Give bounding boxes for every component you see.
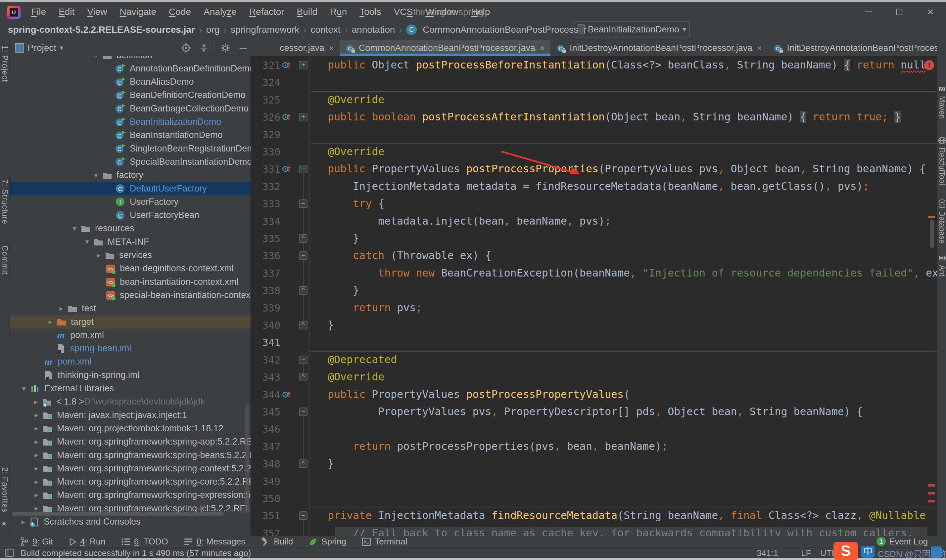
tree-item-external-libraries[interactable]: ▾External Libraries [9, 382, 251, 395]
chevron-right-icon[interactable]: ▸ [31, 411, 42, 419]
toolwindow-build[interactable]: Build [260, 537, 293, 547]
overrides-gutter-icon[interactable] [282, 164, 291, 174]
tree-item-annotationbeandefinitiondemo[interactable]: CAnnotationBeanDefinitionDemo [9, 62, 251, 75]
stripe-project[interactable]: 1: Project [0, 45, 9, 82]
overrides-gutter-icon[interactable] [282, 112, 291, 122]
chevron-right-icon[interactable]: ▸ [31, 451, 42, 460]
fold-marker[interactable]: − [299, 200, 308, 208]
code-line-347[interactable]: 347 return postProcessProperties(pvs, be… [251, 438, 937, 455]
gear-icon[interactable] [218, 42, 233, 55]
stripe-database[interactable]: Database [937, 199, 946, 243]
tree-item-thinking-in-spring-iml[interactable]: thinking-in-spring.iml [9, 368, 251, 382]
fold-marker[interactable]: ^ [299, 373, 308, 382]
overrides-gutter-icon[interactable] [282, 390, 291, 400]
tab-commonannotationbeanpostprocessor-java[interactable]: CCommonAnnotationBeanPostProcessor.java× [340, 40, 550, 56]
chevron-right-icon[interactable]: ▸ [31, 424, 42, 433]
close-icon[interactable]: × [540, 44, 544, 53]
toolwindow-todo[interactable]: 6: TODO [121, 537, 168, 547]
code-line-352[interactable]: 352 // Fall back to class name as cache … [251, 525, 937, 536]
breadcrumb-item[interactable]: org [206, 25, 219, 35]
tab-initdestroyannotationbeanpostprocessor-class[interactable]: CInitDestroyAnnotationBeanPostProcessor.… [767, 40, 937, 56]
chevron-right-icon[interactable]: ▸ [55, 304, 67, 313]
code-line-349[interactable]: 349 [251, 473, 937, 490]
chevron-down-icon[interactable]: ▾ [69, 224, 80, 233]
tree-item-maven-org-springframework-spring-core-5-[interactable]: ▸Maven: org.springframework:spring-core:… [9, 475, 251, 489]
code-line-334[interactable]: 334 metadata.inject(bean, beanName, pvs)… [251, 213, 937, 230]
overrides-gutter-icon[interactable] [282, 60, 291, 70]
tree-item-target[interactable]: ▸target [9, 315, 251, 328]
tree-item-definition[interactable]: ▾definition [9, 56, 251, 62]
code-line-341[interactable]: 341 [251, 334, 937, 351]
tree-vertical-scrollbar[interactable] [245, 404, 249, 513]
menu-analyze[interactable]: Analyze [198, 5, 242, 19]
fold-marker[interactable]: ^ [299, 234, 308, 243]
code-line-338[interactable]: 338^ } [251, 282, 937, 299]
chevron-right-icon[interactable]: ▸ [93, 251, 105, 260]
code-line-339[interactable]: 339 return pvs; [251, 300, 937, 317]
menu-file[interactable]: File [26, 5, 51, 19]
code-line-333[interactable]: 333− try { [251, 195, 937, 213]
code-line-325[interactable]: 325@Override [251, 92, 937, 109]
chevron-down-icon[interactable]: ▾ [60, 44, 63, 52]
code-editor[interactable]: 321+public Object postProcessBeforeInsta… [251, 56, 937, 536]
event-log-button[interactable]: 1 Event Log [877, 536, 928, 547]
close-icon[interactable]: × [329, 44, 334, 53]
code-line-340[interactable]: 340^} [251, 317, 937, 334]
tree-horizontal-scrollbar[interactable] [12, 512, 224, 516]
breadcrumb-item[interactable]: spring-context-5.2.2.RELEASE-sources.jar [8, 25, 195, 35]
menu-run[interactable]: Run [325, 5, 352, 19]
code-line-321[interactable]: 321+public Object postProcessBeforeInsta… [251, 57, 937, 74]
code-line-344[interactable]: 344public PropertyValues postProcessProp… [251, 386, 937, 403]
chevron-down-icon[interactable]: ▾ [90, 56, 102, 60]
breadcrumb-item[interactable]: annotation [352, 25, 395, 35]
stripe-structure[interactable]: 7: Structure [0, 179, 9, 224]
code-line-346[interactable]: 346 [251, 421, 937, 438]
menu-code[interactable]: Code [163, 5, 196, 19]
tree-item-userfactorybean[interactable]: CUserFactoryBean [9, 209, 251, 222]
fold-marker[interactable]: + [299, 61, 308, 69]
fold-marker[interactable]: ^ [299, 460, 308, 468]
maximize-button[interactable]: □ [888, 4, 911, 19]
chevron-down-icon[interactable]: ▾ [90, 171, 102, 180]
code-line-335[interactable]: 335^ } [251, 230, 937, 248]
fold-marker[interactable]: − [299, 165, 308, 173]
chevron-right-icon[interactable]: ▸ [31, 438, 42, 446]
toolwindow-run[interactable]: 4: Run [68, 537, 106, 547]
tree-item-maven-org-springframework-spring-beans-5[interactable]: ▸Maven: org.springframework:spring-beans… [9, 449, 251, 462]
chevron-down-icon[interactable]: ▾ [81, 237, 93, 246]
tree-item-beangarbagecollectiondemo[interactable]: CBeanGarbageCollectionDemo [9, 102, 251, 115]
tree-item-singletonbeanregistrationdemo[interactable]: CSingletonBeanRegistrationDemo [9, 142, 251, 155]
stripe-maven[interactable]: mMaven [937, 83, 946, 119]
code-line-350[interactable]: 350 [251, 490, 937, 508]
fold-marker[interactable]: − [299, 408, 308, 416]
breadcrumb-item[interactable]: springframework [231, 25, 299, 35]
menu-refactor[interactable]: Refactor [244, 5, 290, 19]
tree-item-pom-xml[interactable]: mpom.xml [9, 355, 251, 368]
tree-item-beandefinitioncreationdemo[interactable]: CBeanDefinitionCreationDemo [9, 89, 251, 102]
tree-item-meta-inf[interactable]: ▾META-INF [9, 235, 251, 248]
chevron-down-icon[interactable]: ▾ [18, 385, 30, 393]
toolwindow-terminal[interactable]: Terminal [362, 537, 407, 547]
fold-marker[interactable]: − [299, 251, 308, 260]
code-line-336[interactable]: 336− catch (Throwable ex) { [251, 248, 937, 265]
breadcrumb-item[interactable]: context [310, 25, 340, 35]
chevron-right-icon[interactable]: ▸ [17, 518, 29, 526]
chevron-right-icon[interactable]: ▸ [30, 398, 42, 406]
tree-item-test[interactable]: ▸test [9, 302, 251, 315]
menu-build[interactable]: Build [291, 5, 323, 19]
stripe-restfultool[interactable]: RestfulTool [937, 136, 946, 185]
stripe-commit[interactable]: Commit [0, 245, 9, 275]
code-line-348[interactable]: 348^} [251, 455, 937, 473]
code-line-351[interactable]: 351−private InjectionMetadata findResour… [251, 508, 937, 525]
close-icon[interactable]: × [757, 44, 762, 53]
editor-scrollbar[interactable] [930, 220, 934, 248]
menu-edit[interactable]: Edit [53, 5, 80, 19]
tree-item--1-8-[interactable]: ▸< 1.8 > D:\worksprace\devtools\jdk\jdk [9, 395, 251, 409]
menu-navigate[interactable]: Navigate [114, 5, 162, 19]
run-configuration-select[interactable]: BeanInitializationDemo ▾ [574, 22, 690, 37]
locate-file-button[interactable] [179, 42, 193, 55]
fold-marker[interactable]: − [299, 511, 308, 520]
fold-marker[interactable]: ^ [299, 321, 308, 329]
tree-item-bean-deginitions-context-xml[interactable]: <>bean-deginitions-context.xml [9, 262, 251, 275]
tree-item-resources[interactable]: ▾resources [9, 222, 251, 235]
